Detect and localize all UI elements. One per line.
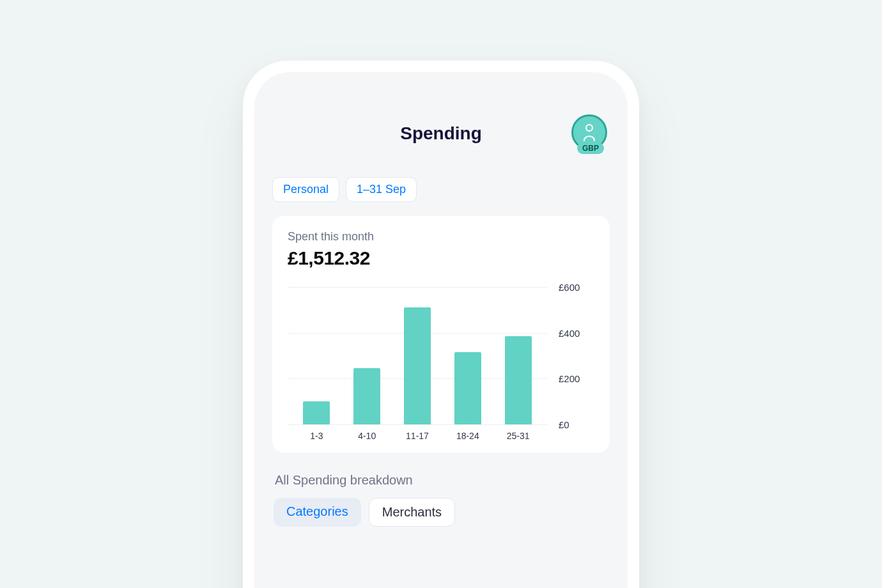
- chart-gridline: [288, 424, 547, 425]
- page-title: Spending: [400, 123, 482, 144]
- spend-bar-chart: £600£400£200£0: [288, 287, 594, 424]
- spend-label: Spent this month: [288, 230, 594, 244]
- y-axis-tick: £600: [559, 282, 580, 293]
- chart-bar[interactable]: [454, 352, 481, 424]
- currency-code-badge: GBP: [577, 143, 604, 154]
- svg-point-0: [586, 125, 592, 131]
- x-axis-tick: 1-3: [303, 431, 330, 441]
- account-filter-chip[interactable]: Personal: [272, 177, 339, 202]
- spend-amount: £1,512.32: [288, 247, 594, 269]
- x-axis-tick: 25-31: [505, 431, 532, 441]
- y-axis-tick: £400: [559, 327, 580, 338]
- y-axis-tick: £0: [559, 419, 569, 430]
- date-range-chip[interactable]: 1–31 Sep: [346, 177, 417, 202]
- chart-bar[interactable]: [303, 401, 330, 424]
- x-axis-tick: 4-10: [353, 431, 380, 441]
- breakdown-heading: All Spending breakdown: [275, 473, 610, 488]
- chart-bar[interactable]: [404, 307, 431, 424]
- tab-categories[interactable]: Categories: [274, 498, 361, 527]
- currency-selector[interactable]: GBP: [571, 114, 610, 153]
- spend-card: Spent this month £1,512.32 £600£400£200£…: [272, 216, 610, 453]
- chart-bar[interactable]: [505, 336, 532, 424]
- x-axis-tick: 11-17: [404, 431, 431, 441]
- y-axis-tick: £200: [559, 373, 580, 384]
- chart-bar[interactable]: [353, 368, 380, 424]
- phone-screen: Spending GBP Personal 1–31 Sep: [254, 72, 628, 588]
- x-axis-tick: 18-24: [454, 431, 481, 441]
- tab-merchants[interactable]: Merchants: [369, 498, 455, 527]
- phone-frame: Spending GBP Personal 1–31 Sep: [243, 61, 639, 588]
